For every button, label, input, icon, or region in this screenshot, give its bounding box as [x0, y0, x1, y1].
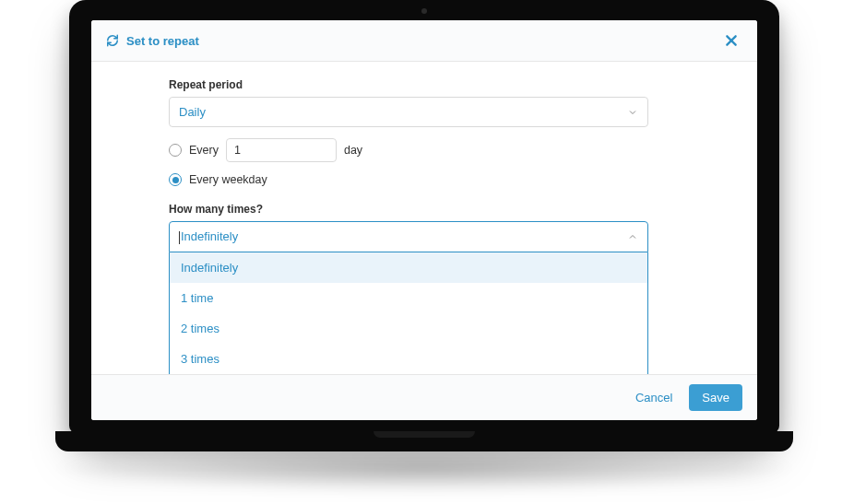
- laptop-frame: Set to repeat Repeat period Daily: [69, 0, 779, 433]
- every-unit: day: [344, 144, 362, 157]
- save-button[interactable]: Save: [689, 384, 742, 411]
- repeat-period-select[interactable]: Daily: [169, 97, 648, 127]
- every-label: Every: [189, 144, 219, 157]
- how-many-dropdown: Indefinitely 1 time 2 times 3 times 4 ti…: [169, 252, 648, 374]
- every-weekday-radio[interactable]: [169, 173, 182, 186]
- how-many-label: How many times?: [169, 203, 648, 216]
- modal-title-text: Set to repeat: [126, 34, 199, 48]
- how-many-input[interactable]: Indefinitely: [169, 221, 648, 252]
- chevron-up-icon: [627, 231, 638, 242]
- how-many-combobox: Indefinitely Indefinitely 1 time 2 times…: [169, 221, 648, 374]
- form: Repeat period Daily Every day: [169, 78, 648, 374]
- every-weekday-row: Every weekday: [169, 173, 648, 186]
- every-weekday-label: Every weekday: [189, 173, 267, 186]
- text-cursor: [179, 231, 180, 244]
- chevron-down-icon: [627, 107, 638, 118]
- every-n-radio[interactable]: [169, 144, 182, 157]
- modal-body: Repeat period Daily Every day: [91, 62, 757, 374]
- close-icon: [724, 33, 739, 48]
- option-3-times[interactable]: 3 times: [170, 344, 647, 374]
- every-count-input[interactable]: [226, 138, 337, 162]
- laptop-base: [55, 431, 793, 451]
- cancel-button[interactable]: Cancel: [628, 385, 680, 410]
- option-1-time[interactable]: 1 time: [170, 283, 647, 313]
- option-indefinitely[interactable]: Indefinitely: [170, 252, 647, 283]
- camera-dot: [421, 8, 427, 14]
- repeat-modal: Set to repeat Repeat period Daily: [91, 20, 757, 420]
- modal-header: Set to repeat: [91, 20, 757, 62]
- repeat-icon: [106, 34, 119, 47]
- every-n-row: Every day: [169, 138, 648, 162]
- how-many-value: Indefinitely: [181, 229, 238, 243]
- repeat-period-label: Repeat period: [169, 78, 648, 91]
- modal-title: Set to repeat: [106, 34, 199, 48]
- modal-footer: Cancel Save: [91, 374, 757, 420]
- close-button[interactable]: [720, 31, 742, 50]
- repeat-period-value: Daily: [179, 105, 206, 119]
- option-2-times[interactable]: 2 times: [170, 313, 647, 344]
- screen: Set to repeat Repeat period Daily: [91, 20, 757, 420]
